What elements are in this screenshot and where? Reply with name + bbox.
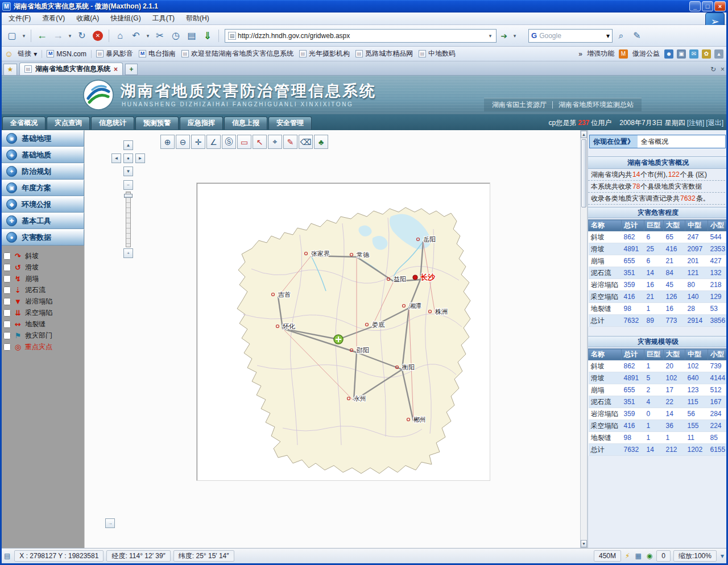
pan-down-button[interactable]: ▼ — [123, 167, 133, 176]
link-radio-guide[interactable]: M 电台指南 — [138, 48, 177, 60]
menu-view[interactable]: 查看(V) — [37, 13, 70, 24]
close-tab-icon[interactable]: × — [721, 65, 725, 73]
person-icon[interactable]: ☻ — [664, 49, 673, 59]
tool-scale[interactable]: Ⓢ — [222, 135, 236, 149]
download-button[interactable]: ⇓ — [200, 28, 215, 43]
trash-icon[interactable]: ▦ — [634, 552, 642, 560]
scrollbar-thumb[interactable] — [581, 139, 586, 207]
sidebar-item-basic-geography[interactable]: ◉ 基础地理 — [0, 130, 84, 147]
tool-pan[interactable]: ✛ — [191, 135, 205, 149]
link-city-boutique[interactable]: ▤ 觅路城市精品网 — [354, 48, 414, 60]
close-button[interactable]: × — [714, 1, 726, 11]
layer-key-disaster-points-checkbox[interactable] — [3, 343, 11, 351]
search-box[interactable]: G Google ▾ — [528, 29, 613, 43]
scroll-up-icon[interactable]: ▲ — [581, 131, 587, 138]
nav-tab-security-management[interactable]: 安全管理 — [268, 117, 312, 130]
favorites-panel-button[interactable]: ★ — [3, 64, 17, 75]
pan-left-button[interactable]: ◄ — [111, 153, 121, 163]
ad-block-shield-icon[interactable]: ◉ — [646, 552, 653, 560]
stop-button[interactable]: ✕ — [93, 31, 103, 41]
menu-tools[interactable]: 工具(T) — [147, 13, 180, 24]
menu-favorites[interactable]: 收藏(A) — [71, 13, 104, 24]
nav-tab-forecast-warning[interactable]: 预测预警 — [135, 117, 179, 130]
history-dropdown-icon[interactable]: ▾ — [67, 28, 73, 43]
boost-bolt-icon[interactable]: ⚡ — [624, 552, 631, 560]
tool-select-arrow[interactable]: ↖ — [253, 135, 267, 149]
tool-identify[interactable]: ⌖ — [268, 135, 282, 149]
sidebar-item-disaster-data[interactable]: ● 灾害数据 — [0, 229, 84, 246]
pan-right-button[interactable]: ► — [135, 153, 145, 163]
zoom-level[interactable]: 缩放:100% — [673, 550, 717, 562]
tool-zoom-out[interactable]: ⊖ — [176, 135, 190, 149]
map-canvas[interactable]: 张家界常德岳阳益阳长沙吉首湘潭株洲怀化娄底邵阳衡阳永州郴州 — [197, 183, 490, 480]
link-enhanced-features[interactable]: 增强功能 — [586, 48, 615, 60]
locate-widget[interactable] — [334, 335, 343, 344]
tool-layers[interactable]: ♣ — [314, 135, 328, 149]
highlight-button[interactable]: ✎ — [630, 28, 644, 43]
nav-tab-info-statistics[interactable]: 信息统计 — [91, 117, 134, 130]
new-tab-button[interactable]: + — [125, 64, 138, 75]
forward-button[interactable]: → — [51, 28, 65, 43]
link-msn[interactable]: M MSN.com — [46, 49, 88, 59]
tool-add-point[interactable]: ✎ — [283, 135, 297, 149]
tool-measure[interactable]: ∠ — [206, 135, 221, 149]
nav-tab-province-overview[interactable]: 全省概况 — [2, 117, 46, 130]
maximize-button[interactable]: □ — [702, 1, 713, 11]
link-storm-player[interactable]: ▤ 暴风影音 — [95, 48, 134, 60]
layer-debris-flow-checkbox[interactable] — [3, 286, 11, 294]
link-photo-studio[interactable]: ▤ 光年摄影机构 — [298, 48, 351, 60]
gift-icon[interactable]: ✿ — [702, 49, 711, 59]
link-land-resources-dept[interactable]: 湖南省国土资源厅 — [492, 100, 547, 110]
undo-dropdown-icon[interactable]: ▾ — [144, 28, 151, 43]
back-button[interactable]: ← — [35, 28, 49, 43]
address-input[interactable] — [238, 32, 486, 40]
link-hunan-disaster-system[interactable]: ▤ 欢迎登陆湖南省地质灾害信息系统 — [180, 48, 295, 60]
feedback-icon[interactable]: ✉ — [689, 49, 698, 59]
tab-close-icon[interactable]: × — [114, 65, 118, 73]
link-geo-env-monitoring-station[interactable]: 湖南省地质环境监测总站 — [559, 100, 634, 110]
sidebar-item-basic-tools[interactable]: ✚ 基本工具 — [0, 213, 84, 229]
scroll-right-button[interactable]: → — [105, 518, 115, 528]
links-folder[interactable]: 链接 ▾ — [16, 48, 38, 60]
minimize-button[interactable]: _ — [689, 1, 701, 11]
layer-ground-fissure-checkbox[interactable] — [3, 321, 11, 328]
sidebar-item-annual-plan[interactable]: ▣ 年度方案 — [0, 180, 84, 196]
exit-link[interactable]: [退出] — [706, 118, 723, 128]
tab-active[interactable]: ▤ 湖南省地质灾害信息系统 × — [19, 63, 123, 75]
layer-rescue-departments-checkbox[interactable] — [3, 332, 11, 339]
logout-link[interactable]: [注销] — [687, 118, 705, 128]
layer-landslide-checkbox[interactable] — [3, 264, 11, 271]
undo-button[interactable]: ↶ — [129, 28, 143, 43]
tool-select-rect[interactable]: ▭ — [237, 135, 251, 149]
zoom-in-step-button[interactable]: + — [123, 248, 133, 258]
link-maxthon-charity[interactable]: 傲游公益 — [631, 48, 661, 60]
refresh-all-icon[interactable]: ↻ — [710, 65, 716, 73]
new-page-button[interactable]: ▢ — [5, 28, 19, 43]
history-button[interactable]: ◷ — [168, 28, 183, 43]
zoom-slider[interactable] — [126, 192, 131, 247]
new-page-dropdown-icon[interactable]: ▾ — [20, 28, 27, 43]
go-button[interactable]: ➔ — [498, 30, 510, 42]
nav-tab-info-report[interactable]: 信息上报 — [224, 117, 267, 130]
scroll-down-icon[interactable]: ▼ — [581, 540, 587, 547]
sidebar-item-environment-bulletin[interactable]: ◆ 环境公报 — [0, 196, 84, 213]
zoom-dropdown-icon[interactable]: ▾ — [719, 552, 725, 560]
tool-zoom-in[interactable]: ⊕ — [160, 135, 175, 149]
menu-help[interactable]: 帮助(H) — [181, 13, 214, 24]
nav-tab-emergency-command[interactable]: 应急指挥 — [180, 117, 223, 130]
address-dropdown-icon[interactable]: ▾ — [486, 33, 495, 39]
go-dropdown-icon[interactable]: ▾ — [511, 28, 518, 43]
monitor-icon[interactable]: ▣ — [677, 49, 686, 59]
screen-capture-button[interactable]: ▤ — [184, 28, 199, 43]
menu-file[interactable]: 文件(F) — [3, 13, 36, 24]
search-placeholder[interactable]: Google — [539, 32, 606, 40]
snip-tool-button[interactable]: ✂ — [152, 28, 167, 43]
layer-slope-checkbox[interactable] — [3, 252, 11, 260]
sidebar-item-prevention-planning[interactable]: ✦ 防治规划 — [0, 163, 84, 180]
menu-groups[interactable]: 快捷组(G) — [105, 13, 146, 24]
vertical-scrollbar[interactable]: ▲ ▼ — [580, 130, 588, 548]
search-engine-dropdown-icon[interactable]: ▾ — [606, 32, 610, 40]
layer-collapse-checkbox[interactable] — [3, 275, 11, 282]
zoom-out-step-button[interactable]: − — [123, 180, 133, 190]
tool-clear[interactable]: ⌫ — [299, 135, 313, 149]
